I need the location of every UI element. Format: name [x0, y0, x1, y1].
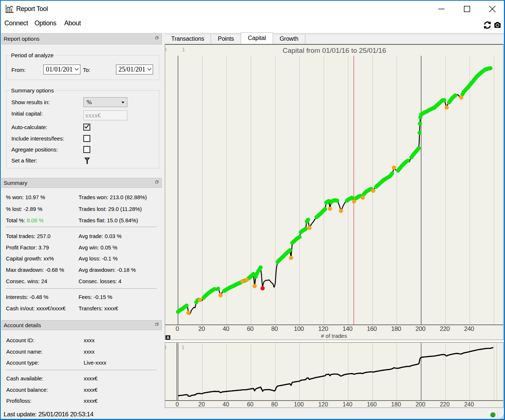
svg-text:80: 80: [271, 325, 278, 332]
svg-text:240: 240: [464, 401, 474, 408]
svg-text:180: 180: [391, 401, 401, 408]
svg-text:20: 20: [198, 401, 205, 408]
svg-text:40: 40: [223, 325, 229, 332]
svg-text:0: 0: [165, 344, 166, 350]
svg-text:140: 140: [342, 325, 352, 332]
svg-text:60: 60: [247, 401, 254, 408]
svg-text:80: 80: [271, 401, 278, 408]
svg-text:200: 200: [415, 325, 425, 332]
svg-text:40: 40: [223, 401, 229, 408]
svg-text:100: 100: [294, 401, 304, 408]
svg-text:20: 20: [198, 325, 205, 332]
svg-text:60: 60: [247, 325, 254, 332]
svg-text:220: 220: [440, 325, 450, 332]
svg-text:220: 220: [440, 401, 450, 408]
svg-text:140: 140: [342, 401, 352, 408]
svg-text:160: 160: [367, 325, 377, 332]
svg-text:# of trades: # of trades: [321, 333, 347, 339]
svg-text:100: 100: [294, 325, 304, 332]
svg-text:0: 0: [165, 46, 167, 52]
svg-text:0: 0: [176, 325, 179, 332]
svg-text:Capital from 01/01/16 to 25/01: Capital from 01/01/16 to 25/01/16: [283, 47, 386, 54]
svg-text:1: 1: [182, 344, 185, 350]
svg-text:0: 0: [176, 401, 179, 408]
svg-text:120: 120: [318, 401, 328, 408]
svg-text:240: 240: [464, 325, 474, 332]
svg-text:120: 120: [318, 325, 328, 332]
svg-text:160: 160: [367, 401, 377, 408]
svg-text:1: 1: [182, 46, 185, 52]
svg-text:180: 180: [391, 325, 401, 332]
svg-text:200: 200: [415, 401, 425, 408]
svg-text:A: A: [167, 336, 169, 340]
